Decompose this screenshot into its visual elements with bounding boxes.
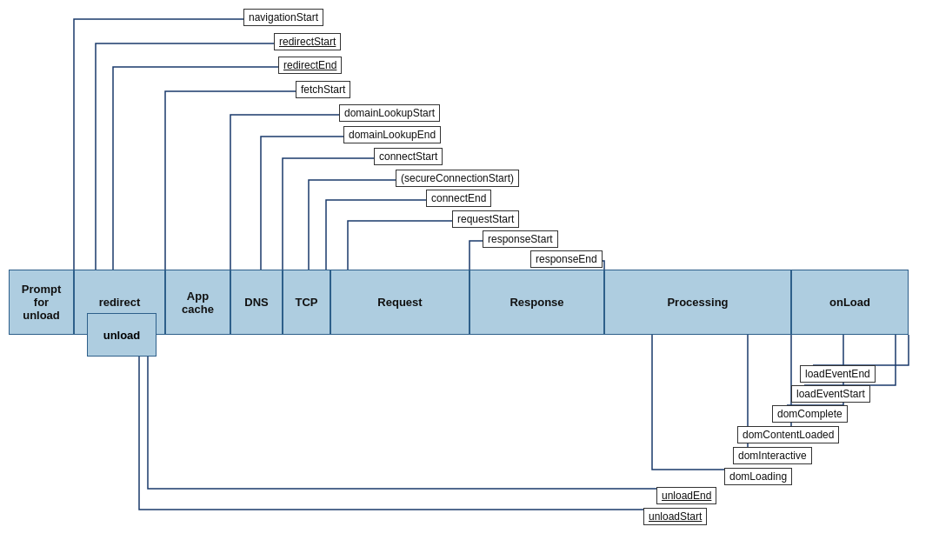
request-bar: Request — [330, 270, 470, 335]
requestStart-label: requestStart — [452, 210, 519, 228]
appcache-label: Appcache — [182, 290, 214, 316]
domInteractive-label: domInteractive — [733, 447, 812, 464]
loadEventStart-label: loadEventStart — [791, 385, 870, 403]
redirect-label: redirect — [99, 296, 141, 309]
responseEnd-label: responseEnd — [530, 250, 603, 268]
domComplete-label: domComplete — [772, 405, 848, 423]
unload-label: unload — [103, 329, 141, 342]
tcp-label: TCP — [296, 296, 318, 309]
processing-label: Processing — [667, 296, 728, 309]
domLoading-label: domLoading — [724, 468, 792, 485]
secureConnectionStart-label: (secureConnectionStart) — [396, 170, 519, 187]
prompt-label: Promptforunload — [22, 283, 62, 322]
fetchStart-label: fetchStart — [296, 81, 350, 98]
navigation-timing-diagram: Promptforunload redirect Appcache DNS TC… — [0, 0, 939, 560]
responseStart-label: responseStart — [483, 230, 558, 248]
loadEventEnd-label: loadEventEnd — [800, 365, 876, 383]
domContentLoaded-label: domContentLoaded — [737, 426, 839, 443]
dns-label: DNS — [244, 296, 268, 309]
domainLookupStart-label: domainLookupStart — [339, 104, 440, 122]
redirectStart-label: redirectStart — [274, 33, 341, 50]
onload-label: onLoad — [829, 296, 870, 309]
response-bar: Response — [470, 270, 604, 335]
domainLookupEnd-label: domainLookupEnd — [343, 126, 441, 143]
unload-box: unload — [87, 313, 156, 357]
redirectEnd-label: redirectEnd — [278, 57, 342, 74]
unloadStart-label: unloadStart — [643, 508, 707, 525]
request-label: Request — [377, 296, 422, 309]
tcp-bar: TCP — [283, 270, 330, 335]
unloadEnd-label: unloadEnd — [656, 487, 716, 504]
dns-bar: DNS — [230, 270, 283, 335]
prompt-bar: Promptforunload — [9, 270, 74, 335]
processing-bar: Processing — [604, 270, 791, 335]
connectEnd-label: connectEnd — [426, 190, 491, 207]
appcache-bar: Appcache — [165, 270, 230, 335]
connectStart-label: connectStart — [374, 148, 443, 165]
navigationStart-label: navigationStart — [243, 9, 323, 26]
response-label: Response — [509, 296, 563, 309]
onload-bar: onLoad — [791, 270, 909, 335]
